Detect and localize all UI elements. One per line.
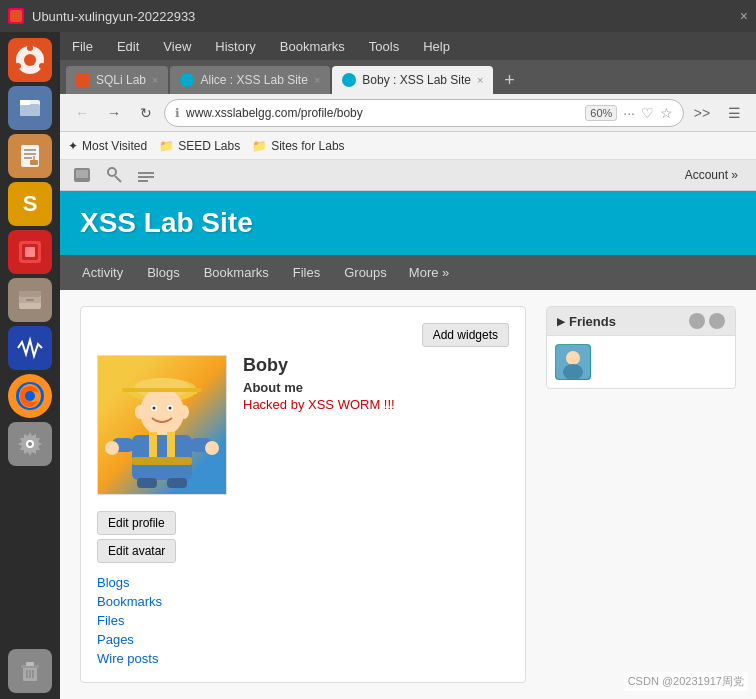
menu-edit[interactable]: Edit bbox=[113, 37, 143, 56]
drawer-icon[interactable] bbox=[8, 278, 52, 322]
waveform-icon[interactable] bbox=[8, 326, 52, 370]
account-button[interactable]: Account » bbox=[679, 166, 744, 184]
window-title: Ubuntu-xulingyun-20222933 bbox=[32, 9, 732, 24]
profile-link-wire-posts[interactable]: Wire posts bbox=[97, 651, 509, 666]
tab3-close[interactable]: × bbox=[477, 74, 483, 86]
bookmark-filled-icon[interactable]: ☆ bbox=[660, 105, 673, 121]
svg-rect-19 bbox=[19, 291, 41, 297]
menu-history[interactable]: History bbox=[211, 37, 259, 56]
settings-icon[interactable] bbox=[8, 422, 52, 466]
address-bar[interactable]: ℹ www.xsslabelgg.com/profile/boby 60% ··… bbox=[164, 99, 684, 127]
navigation-bar: ← → ↻ ℹ www.xsslabelgg.com/profile/boby … bbox=[60, 94, 756, 132]
nav-files[interactable]: Files bbox=[291, 261, 322, 284]
window-close-button[interactable]: × bbox=[740, 8, 748, 24]
menu-button[interactable]: ☰ bbox=[720, 99, 748, 127]
svg-point-59 bbox=[179, 405, 189, 419]
menu-bookmarks[interactable]: Bookmarks bbox=[276, 37, 349, 56]
tab2-close[interactable]: × bbox=[314, 74, 320, 86]
sidebar-toggle-button[interactable]: >> bbox=[688, 99, 716, 127]
nav-blogs[interactable]: Blogs bbox=[145, 261, 182, 284]
svg-rect-7 bbox=[20, 104, 40, 116]
profile-link-pages[interactable]: Pages bbox=[97, 632, 509, 647]
files-icon[interactable] bbox=[8, 86, 52, 130]
star-icon: ✦ bbox=[68, 139, 78, 153]
tab1-close[interactable]: × bbox=[152, 74, 158, 86]
widget-minimize-btn[interactable] bbox=[689, 313, 705, 329]
new-tab-button[interactable]: + bbox=[495, 66, 523, 94]
edit-profile-button[interactable]: Edit profile bbox=[97, 511, 176, 535]
svg-rect-54 bbox=[167, 432, 175, 457]
tabs-bar: SQLi Lab × Alice : XSS Lab Site × Boby :… bbox=[60, 60, 756, 94]
svg-line-36 bbox=[115, 176, 121, 182]
s-app-icon[interactable]: S bbox=[8, 182, 52, 226]
edit-avatar-button[interactable]: Edit avatar bbox=[97, 539, 176, 563]
reload-button[interactable]: ↻ bbox=[132, 99, 160, 127]
seed-labs-label: SEED Labs bbox=[178, 139, 240, 153]
tab2-label: Alice : XSS Lab Site bbox=[200, 73, 307, 87]
widget-close-btn[interactable] bbox=[709, 313, 725, 329]
bookmark-star-icon[interactable]: ♡ bbox=[641, 105, 654, 121]
back-button[interactable]: ← bbox=[68, 99, 96, 127]
profile-actions: Edit profile Edit avatar bbox=[97, 511, 509, 563]
site-title: XSS Lab Site bbox=[80, 207, 253, 238]
toolbar-icon-2[interactable] bbox=[104, 165, 124, 185]
nav-bookmarks[interactable]: Bookmarks bbox=[202, 261, 271, 284]
svg-point-2 bbox=[24, 54, 36, 66]
friends-triangle-icon: ▶ bbox=[557, 316, 565, 327]
profile-link-bookmarks[interactable]: Bookmarks bbox=[97, 594, 509, 609]
tab-sqli-lab[interactable]: SQLi Lab × bbox=[66, 66, 168, 94]
profile-avatar-wrap bbox=[97, 355, 227, 495]
nav-more[interactable]: More » bbox=[409, 265, 449, 280]
svg-point-52 bbox=[205, 441, 219, 455]
about-label: About me bbox=[243, 380, 509, 395]
menu-help[interactable]: Help bbox=[419, 37, 454, 56]
red-app-icon[interactable] bbox=[8, 230, 52, 274]
watermark: CSDN @20231917周党 bbox=[624, 672, 748, 691]
forward-button[interactable]: → bbox=[100, 99, 128, 127]
tab3-label: Boby : XSS Lab Site bbox=[362, 73, 471, 87]
profile-sidebar: ▶ Friends bbox=[546, 306, 736, 683]
nav-activity[interactable]: Activity bbox=[80, 261, 125, 284]
friend-avatar-1[interactable] bbox=[555, 344, 591, 380]
firefox-icon[interactable] bbox=[8, 374, 52, 418]
protocol-icon: ℹ bbox=[175, 106, 180, 120]
toolbar-icon-3[interactable] bbox=[136, 165, 156, 185]
menu-tools[interactable]: Tools bbox=[365, 37, 403, 56]
menu-view[interactable]: View bbox=[159, 37, 195, 56]
sites-for-labs-label: Sites for Labs bbox=[271, 139, 344, 153]
trash-icon[interactable] bbox=[8, 649, 52, 693]
svg-point-46 bbox=[153, 407, 156, 410]
browser-menu-bar: File Edit View History Bookmarks Tools H… bbox=[60, 32, 756, 60]
svg-point-51 bbox=[105, 441, 119, 455]
profile-link-files[interactable]: Files bbox=[97, 613, 509, 628]
folder-icon-seed: 📁 bbox=[159, 139, 174, 153]
title-bar: Ubuntu-xulingyun-20222933 × bbox=[0, 0, 756, 32]
site-body: Add widgets bbox=[60, 290, 756, 699]
zoom-level[interactable]: 60% bbox=[585, 105, 617, 121]
tab-boby[interactable]: Boby : XSS Lab Site × bbox=[332, 66, 493, 94]
menu-file[interactable]: File bbox=[68, 37, 97, 56]
ubuntu-icon[interactable] bbox=[8, 38, 52, 82]
tab3-favicon bbox=[342, 73, 356, 87]
bookmark-seed-labs[interactable]: 📁 SEED Labs bbox=[159, 139, 240, 153]
add-widgets-button[interactable]: Add widgets bbox=[422, 323, 509, 347]
profile-main-area: Add widgets bbox=[80, 306, 526, 683]
friends-body bbox=[547, 336, 735, 388]
svg-rect-60 bbox=[122, 388, 202, 392]
svg-rect-56 bbox=[137, 478, 157, 488]
nav-groups[interactable]: Groups bbox=[342, 261, 389, 284]
add-widgets-area: Add widgets bbox=[97, 323, 509, 347]
bookmark-most-visited[interactable]: ✦ Most Visited bbox=[68, 139, 147, 153]
tab-alice[interactable]: Alice : XSS Lab Site × bbox=[170, 66, 330, 94]
svg-rect-39 bbox=[138, 180, 148, 182]
svg-rect-34 bbox=[76, 170, 88, 178]
most-visited-label: Most Visited bbox=[82, 139, 147, 153]
browser-window: File Edit View History Bookmarks Tools H… bbox=[60, 32, 756, 699]
bookmark-sites-for-labs[interactable]: 📁 Sites for Labs bbox=[252, 139, 344, 153]
toolbar-icon-1[interactable] bbox=[72, 165, 92, 185]
profile-link-blogs[interactable]: Blogs bbox=[97, 575, 509, 590]
svg-point-62 bbox=[566, 351, 580, 365]
more-options-icon[interactable]: ··· bbox=[623, 105, 635, 121]
folder-icon-sites: 📁 bbox=[252, 139, 267, 153]
text-editor-icon[interactable] bbox=[8, 134, 52, 178]
